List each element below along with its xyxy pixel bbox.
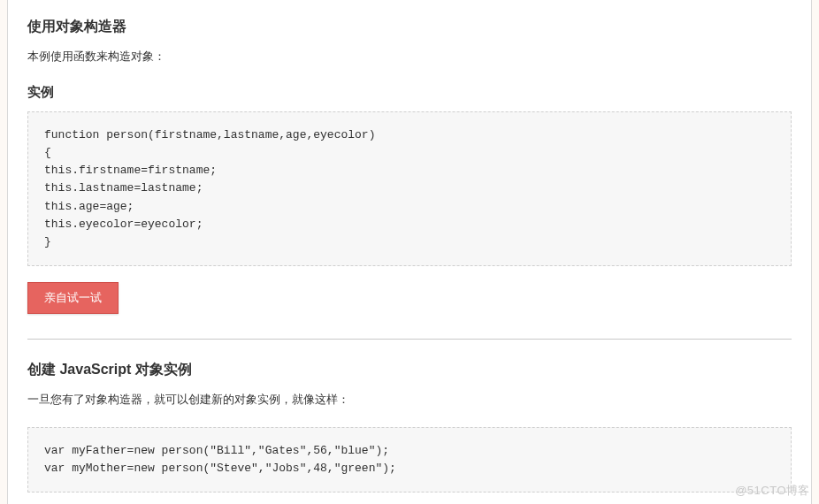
section-divider — [27, 339, 792, 340]
code-block-2: var myFather=new person("Bill","Gates",5… — [27, 427, 792, 493]
section2-heading: 创建 JavaScript 对象实例 — [27, 361, 792, 379]
code-content-1: function person(firstname,lastname,age,e… — [44, 126, 775, 251]
content-container: 使用对象构造器 本例使用函数来构造对象： 实例 function person(… — [7, 0, 812, 504]
section1-description: 本例使用函数来构造对象： — [27, 49, 792, 65]
section1-heading: 使用对象构造器 — [27, 18, 792, 36]
try-it-button[interactable]: 亲自试一试 — [27, 282, 119, 314]
section2-description: 一旦您有了对象构造器，就可以创建新的对象实例，就像这样： — [27, 392, 792, 408]
code-content-2: var myFather=new person("Bill","Gates",5… — [44, 442, 775, 477]
example-label: 实例 — [27, 84, 792, 101]
code-block-1: function person(firstname,lastname,age,e… — [27, 111, 792, 266]
